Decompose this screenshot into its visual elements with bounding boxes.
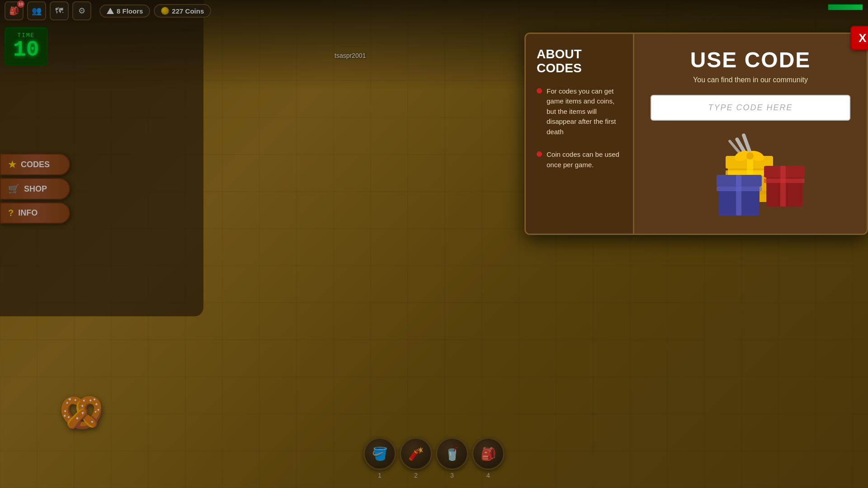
code-modal: X ABOUTCODES For codes you can get game …	[524, 33, 868, 235]
modal-overlay: X ABOUTCODES For codes you can get game …	[0, 0, 868, 488]
svg-rect-18	[717, 187, 762, 191]
use-code-title: USE CODE	[690, 47, 811, 72]
bullet-dot-1	[537, 88, 542, 94]
bullet-text-1: For codes you can get game items and coi…	[547, 86, 622, 137]
gift-purple	[717, 175, 762, 216]
svg-rect-14	[764, 178, 805, 183]
bullet-dot-2	[537, 151, 542, 157]
gifts-decoration	[692, 130, 809, 220]
gifts-svg	[692, 130, 809, 220]
code-input[interactable]	[651, 95, 850, 121]
modal-left-panel: ABOUTCODES For codes you can get game it…	[526, 34, 634, 234]
close-icon: X	[859, 31, 866, 45]
bullet-item-1: For codes you can get game items and coi…	[537, 86, 622, 137]
close-button[interactable]: X	[850, 26, 868, 50]
bullet-item-2: Coin codes can be used once per game.	[537, 150, 622, 170]
modal-about-title: ABOUTCODES	[537, 47, 622, 75]
gift-red	[764, 166, 805, 206]
bullet-text-2: Coin codes can be used once per game.	[547, 150, 622, 170]
svg-rect-13	[780, 166, 786, 206]
modal-right-panel: USE CODE You can find them in our commun…	[634, 34, 867, 234]
use-code-subtitle: You can find them in our community	[693, 76, 808, 84]
svg-rect-17	[736, 175, 741, 216]
svg-point-9	[746, 152, 754, 160]
